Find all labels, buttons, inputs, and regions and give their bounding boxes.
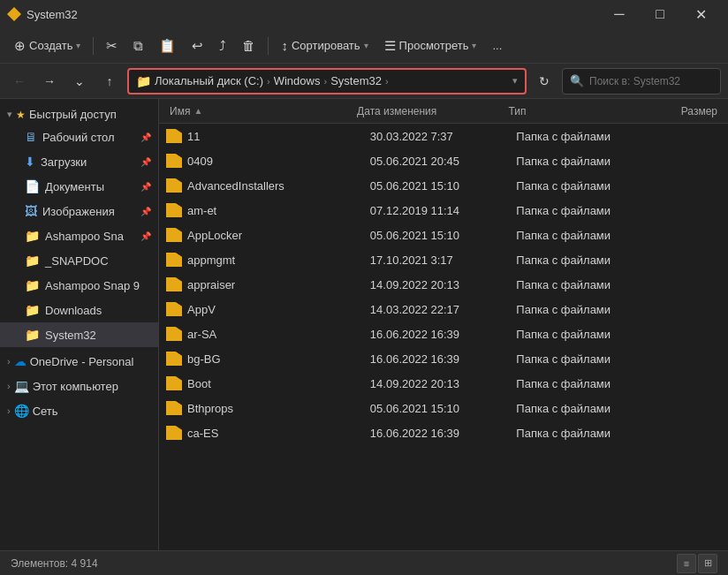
table-row[interactable]: Boot14.09.2022 20:13Папка с файлами bbox=[159, 371, 728, 396]
table-row[interactable]: AdvancedInstallers05.06.2021 15:10Папка … bbox=[159, 173, 728, 198]
table-row[interactable]: am-et07.12.2019 11:14Папка с файлами bbox=[159, 198, 728, 223]
sidebar-item-documents[interactable]: 📄 Документы 📌 bbox=[0, 174, 158, 199]
network-header[interactable]: › 🌐 Сеть bbox=[0, 400, 158, 421]
pin-icon-documents: 📌 bbox=[140, 182, 151, 192]
table-row[interactable]: 1130.03.2022 7:37Папка с файлами bbox=[159, 124, 728, 148]
address-path[interactable]: 📁 Локальный диск (C:) › Windows › System… bbox=[127, 68, 527, 95]
ashampoo-snap9-icon: 📁 bbox=[25, 278, 40, 292]
folder-icon bbox=[166, 228, 182, 242]
copy-button[interactable]: ⧉ bbox=[126, 32, 150, 60]
delete-button[interactable]: 🗑 bbox=[235, 32, 262, 60]
table-row[interactable]: AppV14.03.2022 22:17Папка с файлами bbox=[159, 297, 728, 322]
sidebar-item-downloads-folder[interactable]: 📁 Downloads bbox=[0, 298, 158, 322]
images-icon: 🖼 bbox=[25, 204, 37, 218]
system32-icon: 📁 bbox=[25, 328, 40, 342]
file-name: AppV bbox=[187, 303, 370, 316]
table-row[interactable]: appraiser14.09.2022 20:13Папка с файлами bbox=[159, 272, 728, 297]
file-date: 14.09.2022 20:13 bbox=[370, 278, 516, 291]
pin-icon-ashampoo: 📌 bbox=[140, 231, 151, 241]
search-input[interactable] bbox=[589, 75, 704, 87]
refresh-button[interactable]: ↻ bbox=[532, 69, 557, 94]
create-button[interactable]: ⊕ Создать ▾ bbox=[7, 32, 87, 60]
more-button[interactable]: ... bbox=[485, 32, 509, 60]
path-dropdown-icon[interactable]: ▾ bbox=[512, 75, 518, 87]
sort-icon: ↕ bbox=[281, 38, 288, 53]
onedrive-label: OneDrive - Personal bbox=[30, 355, 134, 368]
file-date: 05.06.2021 15:10 bbox=[370, 402, 516, 415]
close-button[interactable]: ✕ bbox=[680, 0, 721, 28]
onedrive-section: › ☁ OneDrive - Personal bbox=[0, 349, 158, 374]
minimize-button[interactable]: ─ bbox=[599, 0, 640, 28]
sidebar-item-ashampoo-snap9[interactable]: 📁 Ashampoo Snap 9 bbox=[0, 273, 158, 298]
thispc-chevron: › bbox=[7, 381, 11, 391]
share-button[interactable]: ⤴ bbox=[212, 32, 233, 60]
sidebar-item-system32[interactable]: 📁 System32 bbox=[0, 322, 158, 347]
title-bar: System32 ─ □ ✕ bbox=[0, 0, 728, 28]
onedrive-icon: ☁ bbox=[14, 354, 27, 368]
cut-button[interactable]: ✂ bbox=[99, 32, 125, 60]
create-icon: ⊕ bbox=[14, 38, 26, 54]
col-header-name[interactable]: Имя ▲ bbox=[166, 105, 353, 117]
quick-access-section: ▾ ★ Быстрый доступ 🖥 Рабочий стол 📌 ⬇ За… bbox=[0, 102, 158, 349]
up-button[interactable]: ↑ bbox=[97, 69, 122, 94]
file-name: bg-BG bbox=[187, 352, 370, 366]
file-date: 05.06.2021 15:10 bbox=[370, 179, 516, 193]
onedrive-header[interactable]: › ☁ OneDrive - Personal bbox=[0, 351, 158, 372]
sidebar-item-images[interactable]: 🖼 Изображения 📌 bbox=[0, 199, 158, 223]
sidebar-label-downloads: Загрузки bbox=[41, 155, 87, 169]
paste-button[interactable]: 📋 bbox=[152, 32, 183, 60]
copy-icon: ⧉ bbox=[133, 38, 143, 54]
forward-button[interactable]: → bbox=[37, 69, 62, 94]
rename-button[interactable]: ↩ bbox=[185, 32, 210, 60]
cut-icon: ✂ bbox=[106, 38, 118, 54]
file-type: Папка с файлами bbox=[516, 303, 648, 316]
create-label: Создать bbox=[29, 39, 72, 52]
details-view-button[interactable]: ≡ bbox=[677, 554, 696, 573]
col-header-type[interactable]: Тип bbox=[504, 105, 641, 117]
network-section: › 🌐 Сеть bbox=[0, 398, 158, 423]
thispc-header[interactable]: › 💻 Этот компьютер bbox=[0, 375, 158, 397]
tiles-view-button[interactable]: ⊞ bbox=[698, 554, 717, 573]
file-name: Bthprops bbox=[187, 402, 370, 415]
network-icon: 🌐 bbox=[14, 404, 29, 418]
file-type: Папка с файлами bbox=[516, 402, 648, 415]
table-row[interactable]: AppLocker05.06.2021 15:10Папка с файлами bbox=[159, 223, 728, 247]
back-button[interactable]: ← bbox=[7, 69, 32, 94]
maximize-button[interactable]: □ bbox=[640, 0, 680, 28]
sidebar-item-snapdoc[interactable]: 📁 _SNAPDOC bbox=[0, 248, 158, 273]
sort-chevron: ▾ bbox=[364, 41, 368, 50]
table-row[interactable]: 040905.06.2021 20:45Папка с файлами bbox=[159, 148, 728, 173]
table-row[interactable]: ca-ES16.06.2022 16:39Папка с файлами bbox=[159, 420, 728, 445]
table-row[interactable]: appmgmt17.10.2021 3:17Папка с файлами bbox=[159, 247, 728, 272]
sidebar-item-ashampoo-sna[interactable]: 📁 Ashampoo Sna 📌 bbox=[0, 223, 158, 248]
folder-icon bbox=[166, 253, 182, 267]
file-list-header: Имя ▲ Дата изменения Тип Размер bbox=[159, 99, 728, 124]
thispc-icon: 💻 bbox=[14, 379, 29, 393]
sort-button[interactable]: ↕ Сортировать ▾ bbox=[274, 32, 375, 60]
col-header-date[interactable]: Дата изменения bbox=[353, 105, 504, 117]
table-row[interactable]: ar-SA16.06.2022 16:39Папка с файлами bbox=[159, 322, 728, 346]
file-date: 16.06.2022 16:39 bbox=[370, 427, 516, 440]
pin-icon-desktop: 📌 bbox=[140, 132, 151, 142]
table-row[interactable]: Bthprops05.06.2021 15:10Папка с файлами bbox=[159, 396, 728, 420]
window-icon bbox=[7, 7, 21, 21]
file-name: 11 bbox=[187, 130, 370, 143]
folder-icon bbox=[166, 401, 182, 415]
file-date: 07.12.2019 11:14 bbox=[370, 204, 516, 217]
sidebar-label-system32: System32 bbox=[45, 329, 96, 342]
file-date: 05.06.2021 15:10 bbox=[370, 229, 516, 242]
view-button[interactable]: ☰ Просмотреть ▾ bbox=[377, 32, 484, 60]
recent-locations-button[interactable]: ⌄ bbox=[67, 69, 92, 94]
sidebar-item-desktop[interactable]: 🖥 Рабочий стол 📌 bbox=[0, 125, 158, 149]
path-arrow-1: › bbox=[267, 76, 270, 87]
search-box[interactable]: 🔍 bbox=[562, 68, 721, 95]
paste-icon: 📋 bbox=[159, 38, 176, 54]
file-type: Папка с файлами bbox=[516, 229, 648, 242]
toolbar-sep-2 bbox=[268, 37, 269, 55]
quick-access-header[interactable]: ▾ ★ Быстрый доступ bbox=[0, 104, 158, 125]
path-segment-windows: Windows bbox=[274, 74, 321, 87]
table-row[interactable]: bg-BG16.06.2022 16:39Папка с файлами bbox=[159, 346, 728, 371]
sidebar-item-downloads[interactable]: ⬇ Загрузки 📌 bbox=[0, 149, 158, 174]
folder-icon bbox=[166, 154, 182, 168]
col-header-size[interactable]: Размер bbox=[641, 105, 721, 117]
